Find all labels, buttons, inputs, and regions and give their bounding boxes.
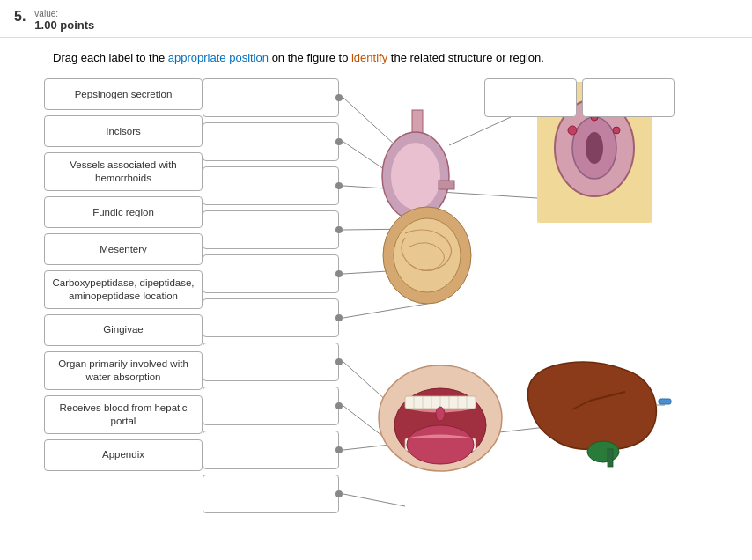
labels-column: Pepsinogen secretion Incisors Vessels as… — [44, 75, 203, 560]
question-header: 5. value: 1.00 points — [0, 0, 752, 38]
label-fundic[interactable]: Fundic region — [44, 196, 203, 228]
label-receives-blood[interactable]: Receives blood from hepatic portal — [44, 395, 203, 434]
anatomy-svg — [203, 75, 708, 560]
svg-rect-15 — [439, 181, 454, 189]
label-incisors[interactable]: Incisors — [44, 115, 203, 147]
svg-point-24 — [613, 127, 620, 134]
instruction-part4: identify — [351, 51, 387, 64]
value-info: value: 1.00 points — [34, 9, 94, 32]
label-carboxypeptidase[interactable]: Carboxypeptidase, dipeptidase, aminopept… — [44, 270, 203, 309]
svg-point-14 — [391, 143, 440, 210]
label-mesentery[interactable]: Mesentery — [44, 233, 203, 265]
drop-box-top-2[interactable] — [582, 78, 675, 117]
instruction-part2: appropriate position — [168, 51, 269, 64]
instruction-text: Drag each label to the appropriate posit… — [0, 38, 752, 75]
svg-point-23 — [568, 126, 577, 135]
svg-point-47 — [587, 441, 619, 462]
svg-point-46 — [436, 407, 445, 421]
label-pepsinogen[interactable]: Pepsinogen secretion — [44, 78, 203, 110]
svg-point-22 — [586, 132, 603, 164]
value-points: 1.00 points — [34, 18, 94, 32]
instruction-part1: Drag each label to the — [53, 51, 168, 64]
label-appendix[interactable]: Appendix — [44, 439, 203, 471]
instruction-part3: on the figure to — [269, 51, 351, 64]
svg-line-5 — [343, 304, 427, 318]
svg-point-45 — [407, 425, 474, 464]
svg-rect-52 — [659, 399, 671, 404]
svg-rect-48 — [608, 449, 613, 467]
label-gingivae[interactable]: Gingivae — [44, 314, 203, 346]
svg-line-10 — [449, 117, 511, 145]
label-vessels[interactable]: Vessels associated with hemorrhoids — [44, 152, 203, 191]
instruction-part5: the related structure or region. — [387, 51, 544, 64]
drop-box-top-1[interactable] — [484, 78, 577, 117]
main-area: Pepsinogen secretion Incisors Vessels as… — [0, 75, 752, 560]
svg-line-9 — [343, 494, 405, 506]
question-number: 5. — [14, 9, 26, 25]
value-label: value: — [34, 9, 94, 18]
label-organ-water[interactable]: Organ primarily involved with water abso… — [44, 351, 203, 390]
